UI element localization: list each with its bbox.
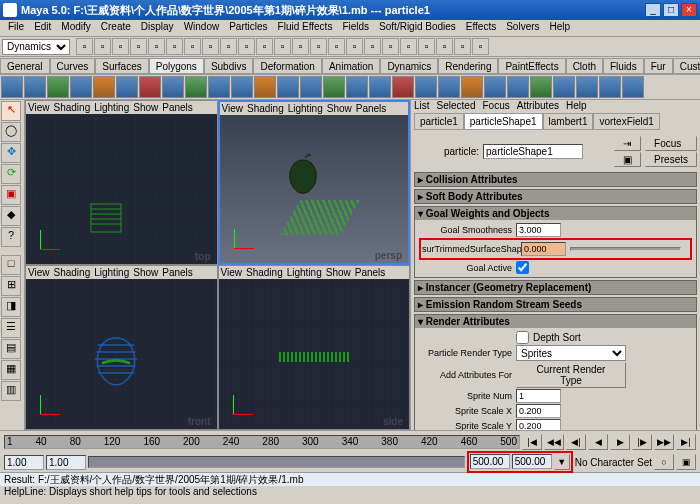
shelf-painteffects[interactable]: PaintEffects	[498, 58, 565, 74]
section-collision[interactable]: Collision Attributes	[415, 173, 696, 186]
range-start2[interactable]	[46, 455, 86, 470]
menu-fluid[interactable]: Fluid Effects	[273, 20, 338, 36]
toolbar-icon[interactable]: ▫	[202, 38, 219, 55]
shelf-icon[interactable]	[530, 76, 552, 98]
ae-menu-selected[interactable]: Selected	[437, 100, 476, 111]
shelf-fur[interactable]: Fur	[644, 58, 673, 74]
end-btn[interactable]: ▶|	[676, 434, 696, 450]
section-emission[interactable]: Emission Random Stream Seeds	[415, 298, 696, 311]
move-tool[interactable]: ✥	[1, 143, 21, 163]
shelf-icon[interactable]	[47, 76, 69, 98]
menu-display[interactable]: Display	[136, 20, 179, 36]
section-render[interactable]: Render Attributes	[415, 315, 696, 328]
shelf-icon[interactable]	[1, 76, 23, 98]
lasso-tool[interactable]: ◯	[1, 122, 21, 142]
shelf-icon[interactable]	[415, 76, 437, 98]
shelf-icon[interactable]	[461, 76, 483, 98]
viewport-persp[interactable]: ViewShadingLightingShowPanels persp	[218, 100, 411, 265]
menu-fields[interactable]: Fields	[337, 20, 374, 36]
toolbar-icon[interactable]: ▫	[418, 38, 435, 55]
sprite-sx-input[interactable]	[516, 404, 561, 418]
shelf-icon[interactable]	[231, 76, 253, 98]
shelf-icon[interactable]	[622, 76, 644, 98]
shelf-icon[interactable]	[185, 76, 207, 98]
shelf-icon[interactable]	[24, 76, 46, 98]
depth-sort-check[interactable]	[516, 331, 529, 344]
menu-file[interactable]: File	[3, 20, 29, 36]
trimmed-input[interactable]	[521, 242, 566, 256]
close-button[interactable]: ×	[681, 3, 697, 17]
tool-open[interactable]: ▫	[94, 38, 111, 55]
shelf-custom[interactable]: Custom	[673, 58, 700, 74]
menu-help[interactable]: Help	[545, 20, 576, 36]
add-attr-btn[interactable]: Current Render Type	[516, 362, 626, 388]
render-type-select[interactable]: Sprites	[516, 345, 626, 361]
menu-effects[interactable]: Effects	[461, 20, 501, 36]
shelf-icon[interactable]	[139, 76, 161, 98]
goal-smooth-input[interactable]	[516, 223, 561, 237]
viewport-side[interactable]: ViewShadingLightingShowPanels side	[218, 265, 411, 430]
shelf-icon[interactable]	[507, 76, 529, 98]
toolbar-icon[interactable]: ▫	[310, 38, 327, 55]
shelf-icon[interactable]	[369, 76, 391, 98]
menu-softrigid[interactable]: Soft/Rigid Bodies	[374, 20, 461, 36]
focus-button[interactable]: ⇥	[614, 136, 641, 151]
next-frame-btn[interactable]: ▶▶	[654, 434, 674, 450]
shelf-deformation[interactable]: Deformation	[253, 58, 321, 74]
toolbar-icon[interactable]: ▫	[346, 38, 363, 55]
time-slider[interactable]: 14080120160200240280300340380420460500	[4, 435, 520, 449]
layout-script[interactable]: ▥	[1, 381, 21, 401]
layout-hyper[interactable]: ▦	[1, 360, 21, 380]
shelf-icon[interactable]	[392, 76, 414, 98]
toolbar-icon[interactable]: ▫	[382, 38, 399, 55]
presets-button-icon[interactable]: ▣	[614, 152, 641, 167]
range-end1[interactable]	[470, 454, 510, 469]
ae-menu-attributes[interactable]: Attributes	[517, 100, 559, 111]
module-selector[interactable]: Dynamics	[2, 39, 70, 55]
toolbar-icon[interactable]: ▫	[130, 38, 147, 55]
sprite-num-input[interactable]	[516, 389, 561, 403]
shelf-icon[interactable]	[116, 76, 138, 98]
tool-new[interactable]: ▫	[76, 38, 93, 55]
ae-menu-list[interactable]: List	[414, 100, 430, 111]
focus-btn[interactable]: Focus	[645, 136, 697, 151]
range-dropdown[interactable]: ▼	[554, 454, 570, 470]
autokey-btn[interactable]: ○	[654, 454, 674, 470]
sprite-sy-input[interactable]	[516, 419, 561, 430]
toolbar-icon[interactable]: ▫	[472, 38, 489, 55]
toolbar-icon[interactable]: ▫	[328, 38, 345, 55]
menu-create[interactable]: Create	[96, 20, 136, 36]
shelf-polygons[interactable]: Polygons	[149, 58, 204, 74]
step-back-btn[interactable]: ◀◀	[544, 434, 564, 450]
scale-tool[interactable]: ▣	[1, 185, 21, 205]
toolbar-icon[interactable]: ▫	[148, 38, 165, 55]
shelf-icon[interactable]	[93, 76, 115, 98]
shelf-cloth[interactable]: Cloth	[566, 58, 603, 74]
toolbar-icon[interactable]: ▫	[364, 38, 381, 55]
ae-tab-vortexfield1[interactable]: vortexField1	[593, 113, 659, 130]
prefs-btn[interactable]: ▣	[676, 454, 696, 470]
ae-menu-help[interactable]: Help	[566, 100, 587, 111]
toolbar-icon[interactable]: ▫	[238, 38, 255, 55]
menu-edit[interactable]: Edit	[29, 20, 56, 36]
toolbar-icon[interactable]: ▫	[292, 38, 309, 55]
toolbar-icon[interactable]: ▫	[256, 38, 273, 55]
toolbar-icon[interactable]: ▫	[400, 38, 417, 55]
shelf-icon[interactable]	[484, 76, 506, 98]
play-fwd-btn[interactable]: |▶	[632, 434, 652, 450]
toolbar-icon[interactable]: ▫	[274, 38, 291, 55]
command-line[interactable]: Result: F:/王威资料/个人作品/数字世界/2005年第1期/碎片效果/…	[0, 472, 700, 486]
play-back-btn[interactable]: ▶	[610, 434, 630, 450]
shelf-animation[interactable]: Animation	[322, 58, 380, 74]
shelf-icon[interactable]	[599, 76, 621, 98]
minimize-button[interactable]: _	[645, 3, 661, 17]
shelf-icon[interactable]	[438, 76, 460, 98]
menu-solvers[interactable]: Solvers	[501, 20, 544, 36]
tool-save[interactable]: ▫	[112, 38, 129, 55]
shelf-icon[interactable]	[346, 76, 368, 98]
maximize-button[interactable]: □	[663, 3, 679, 17]
section-goals[interactable]: Goal Weights and Objects	[415, 207, 696, 220]
ae-menu-focus[interactable]: Focus	[482, 100, 509, 111]
menu-particles[interactable]: Particles	[224, 20, 272, 36]
toolbar-icon[interactable]: ▫	[220, 38, 237, 55]
